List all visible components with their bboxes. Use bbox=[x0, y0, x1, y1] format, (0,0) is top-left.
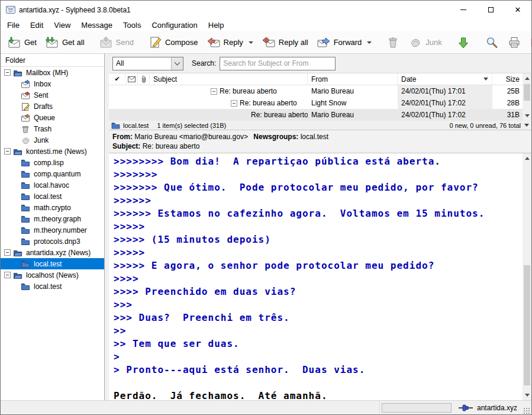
execute-button[interactable] bbox=[452, 34, 475, 52]
chevron-down-icon[interactable] bbox=[171, 57, 183, 70]
cell-subject: Re: bureau aberto bbox=[150, 109, 308, 121]
folder-item-localhost-news-[interactable]: localhost (News) bbox=[1, 269, 104, 281]
get-all-button[interactable]: Get all bbox=[41, 34, 89, 52]
message-body-text: >>>>>>>> Bom dia! A repartiçao pública e… bbox=[114, 155, 522, 400]
column-subject[interactable]: Subject bbox=[150, 73, 308, 85]
folder-item-queue[interactable]: Queue bbox=[1, 112, 104, 123]
folder-item-math.crypto[interactable]: math.crypto bbox=[1, 202, 104, 213]
minimize-button[interactable] bbox=[450, 1, 477, 19]
menu-message[interactable]: Message bbox=[76, 19, 118, 31]
menu-help[interactable]: Help bbox=[203, 19, 230, 31]
scroll-down-icon[interactable] bbox=[523, 111, 531, 121]
cell-size: 31B bbox=[492, 109, 523, 121]
menu-edit[interactable]: Edit bbox=[25, 19, 49, 31]
folder-label: m.theory.graph bbox=[34, 215, 81, 223]
list-status-folder: local.test bbox=[123, 122, 149, 129]
folder-item-sent[interactable]: Sent bbox=[1, 89, 104, 101]
message-row[interactable]: Re: bureau abertoLight Snow24/02/01(Thu)… bbox=[109, 97, 531, 109]
folder-item-m.theory.number[interactable]: m.theory.number bbox=[1, 224, 104, 236]
folder-icon bbox=[21, 169, 30, 179]
menu-tools[interactable]: Tools bbox=[118, 19, 146, 31]
folder-item-inbox[interactable]: Inbox bbox=[1, 78, 104, 89]
network-plug-icon[interactable] bbox=[459, 404, 473, 411]
folder-item-local.test[interactable]: local.test bbox=[1, 258, 104, 269]
message-row[interactable]: Re: bureau abertoMario Bureau24/02/01(Th… bbox=[109, 109, 531, 121]
sent-icon bbox=[21, 91, 30, 100]
reply-all-button[interactable]: Reply all bbox=[257, 34, 312, 52]
filter-combo[interactable]: All bbox=[112, 57, 183, 70]
folder-item-m.theory.graph[interactable]: m.theory.graph bbox=[1, 213, 104, 224]
thread-expander-icon[interactable] bbox=[231, 100, 237, 107]
folder-label: comp.lisp bbox=[34, 159, 64, 167]
scroll-up-icon[interactable] bbox=[523, 73, 531, 83]
filter-row: All Search: bbox=[109, 54, 531, 73]
column-flag[interactable]: ✔ bbox=[109, 73, 126, 85]
scroll-up-icon[interactable] bbox=[523, 153, 531, 163]
menu-configuration[interactable]: Configuration bbox=[146, 19, 202, 31]
folder-item-antartida.xyz-news-[interactable]: antartida.xyz (News) bbox=[1, 247, 104, 258]
folder-item-drafts[interactable]: Drafts bbox=[1, 101, 104, 112]
junk-icon bbox=[21, 136, 30, 145]
trash-big-icon bbox=[386, 36, 400, 50]
from-label: From: bbox=[112, 133, 133, 141]
message-body-scrollbar[interactable] bbox=[523, 153, 531, 400]
list-menu-dropdown-icon[interactable] bbox=[524, 124, 529, 127]
folder-item-trash[interactable]: Trash bbox=[1, 123, 104, 134]
close-button[interactable]: ✕ bbox=[504, 1, 531, 19]
column-unread mail-icon[interactable] bbox=[126, 73, 138, 85]
column-attachment paperclip-icon[interactable] bbox=[138, 73, 150, 85]
dropdown-arrow-icon[interactable] bbox=[249, 41, 253, 44]
thread-expander-icon[interactable] bbox=[211, 88, 217, 95]
folder-item-protocols.dnp3[interactable]: protocols.dnp3 bbox=[1, 236, 104, 247]
list-status-selection: 1 item(s) selected (31B) bbox=[157, 122, 226, 129]
search-input[interactable] bbox=[220, 57, 336, 70]
print-button[interactable] bbox=[503, 34, 525, 52]
reply-button[interactable]: Reply bbox=[202, 34, 257, 52]
message-row[interactable]: Re: bureau abertoMario Bureau24/02/01(Th… bbox=[109, 85, 531, 97]
folder-label: Sent bbox=[34, 91, 49, 99]
tree-expander-icon[interactable] bbox=[4, 272, 11, 278]
menu-view[interactable]: View bbox=[49, 19, 76, 31]
column-from[interactable]: From bbox=[308, 73, 398, 85]
tree-expander-icon[interactable] bbox=[4, 69, 11, 76]
folder-pane-header: Folder bbox=[1, 54, 104, 67]
column-date[interactable]: Date bbox=[398, 73, 492, 85]
maximize-button[interactable] bbox=[477, 1, 504, 19]
forward-button[interactable]: Forward bbox=[312, 34, 376, 52]
toolbar-label: Reply all bbox=[279, 38, 308, 47]
folder-item-comp.quantum[interactable]: comp.quantum bbox=[1, 168, 104, 179]
folder-item-mailbox-mh-[interactable]: Mailbox (MH) bbox=[1, 67, 104, 78]
folder-item-local.havoc[interactable]: local.havoc bbox=[1, 179, 104, 191]
folder-item-local.test[interactable]: local.test bbox=[1, 281, 104, 292]
folder-item-local.test[interactable]: local.test bbox=[1, 191, 104, 202]
folder-item-kontesti.me-news-[interactable]: kontesti.me (News) bbox=[1, 146, 104, 157]
search-button[interactable] bbox=[481, 34, 503, 52]
tree-expander-icon[interactable] bbox=[4, 148, 11, 155]
dropdown-arrow-icon[interactable] bbox=[367, 41, 372, 44]
message-list-scrollbar[interactable] bbox=[523, 73, 531, 121]
get-button[interactable]: Get bbox=[3, 34, 41, 52]
pane-splitter[interactable] bbox=[105, 54, 109, 400]
column-size[interactable]: Size bbox=[492, 73, 523, 85]
cell-subject: Re: bureau aberto bbox=[150, 85, 308, 97]
header-line-from: From: Mario Bureau <mario@bureau.gov> Ne… bbox=[112, 132, 531, 141]
tree-expander-icon[interactable] bbox=[4, 249, 11, 256]
scroll-down-icon[interactable] bbox=[523, 390, 531, 400]
quoted-line: >>>>>>> Que ótimo. Pode protocolar meu p… bbox=[114, 181, 522, 194]
quoted-line: >>>> Preenchido em duas vias? bbox=[114, 285, 522, 298]
queue-icon bbox=[21, 113, 30, 123]
scrollbar-thumb[interactable] bbox=[524, 84, 530, 101]
folder-item-junk[interactable]: Junk bbox=[1, 134, 104, 146]
folder-item-comp.lisp[interactable]: comp.lisp bbox=[1, 157, 104, 168]
message-list-header: ✔ Subject From Date Size bbox=[109, 73, 531, 85]
scrollbar-thumb[interactable] bbox=[524, 265, 530, 385]
compose-button[interactable]: Compose bbox=[144, 34, 202, 52]
menu-file[interactable]: File bbox=[2, 19, 25, 31]
header-line-subject: Subject: Re: bureau aberto bbox=[112, 141, 531, 151]
address-book-button[interactable] bbox=[525, 34, 532, 52]
resize-grip[interactable] bbox=[523, 407, 530, 414]
statusbar-account: antartida.xyz bbox=[477, 404, 517, 412]
cell-from: Mario Bureau bbox=[308, 85, 398, 97]
toolbar-label: Send bbox=[116, 38, 134, 47]
quoted-line: >>>>>>> bbox=[114, 168, 522, 181]
